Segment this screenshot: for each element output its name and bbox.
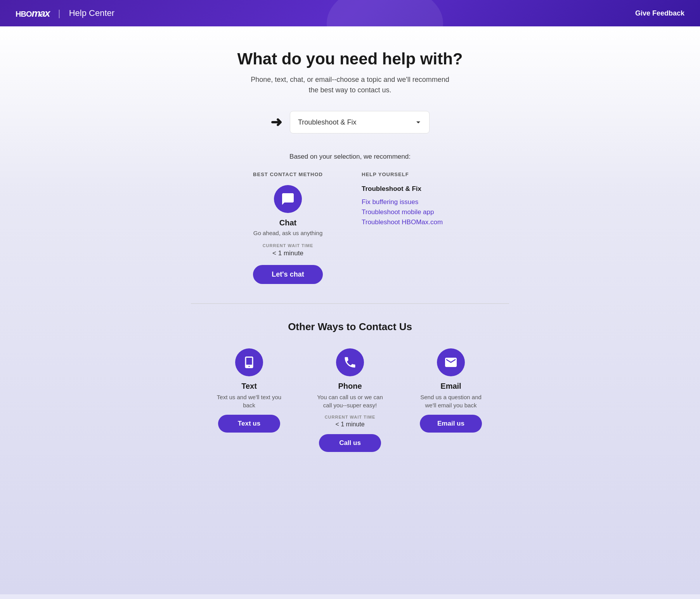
section-divider (191, 303, 509, 304)
hbomax-logo: HBOmax (16, 7, 50, 19)
chat-bubble-icon (281, 192, 295, 206)
help-link-2[interactable]: Troubleshoot HBOMax.com (362, 218, 455, 226)
help-link-1[interactable]: Troubleshoot mobile app (362, 208, 455, 216)
main-content: What do you need help with? Phone, text,… (0, 26, 700, 594)
contact-method-desc: Go ahead, ask us anything (253, 230, 322, 236)
phone-card-desc: You can call us or we can call you--supe… (315, 393, 385, 409)
email-icon-circle (437, 348, 465, 376)
help-links: Fix buffering issues Troubleshoot mobile… (362, 198, 455, 226)
other-ways-title: Other Ways to Contact Us (288, 321, 412, 333)
contact-card-phone: Phone You can call us or we can call you… (311, 348, 389, 452)
recommendation-label: Based on your selection, we recommend: (289, 153, 411, 161)
email-us-button[interactable]: Email us (420, 415, 482, 433)
contact-method-name: Chat (279, 218, 296, 227)
email-card-title: Email (440, 382, 461, 391)
lets-chat-button[interactable]: Let's chat (253, 265, 322, 284)
contact-card-email: Email Send us a question and we'll email… (412, 348, 490, 433)
wait-time-value: < 1 minute (272, 249, 303, 257)
help-yourself-section-label: HELP YOURSELF (362, 171, 455, 177)
header-divider: | (58, 8, 61, 19)
phone-icon (343, 355, 357, 369)
help-link-0[interactable]: Fix buffering issues (362, 198, 455, 206)
wait-time-label: CURRENT WAIT TIME (263, 243, 314, 248)
help-yourself-section: HELP YOURSELF Troubleshoot & Fix Fix buf… (362, 171, 455, 226)
email-card-desc: Send us a question and we'll email you b… (416, 393, 486, 409)
chat-icon-circle (274, 185, 302, 213)
topic-select[interactable]: Troubleshoot & Fix Billing & Payments Ac… (290, 111, 430, 133)
phone-icon-circle (336, 348, 364, 376)
header-left: HBOmax | Help Center (16, 7, 114, 19)
phone-wait-label: CURRENT WAIT TIME (325, 415, 376, 419)
text-us-button[interactable]: Text us (218, 415, 280, 433)
help-yourself-category: Troubleshoot & Fix (362, 185, 455, 193)
best-contact-section: BEST CONTACT METHOD Chat Go ahead, ask u… (245, 171, 331, 284)
give-feedback-button[interactable]: Give Feedback (635, 9, 684, 17)
text-card-desc: Text us and we'll text you back (214, 393, 284, 409)
best-contact-section-label: BEST CONTACT METHOD (253, 171, 323, 177)
dropdown-row: ➜ Troubleshoot & Fix Billing & Payments … (270, 111, 430, 133)
page-title: What do you need help with? (237, 50, 463, 68)
recommendation-grid: BEST CONTACT METHOD Chat Go ahead, ask u… (230, 171, 470, 284)
email-icon (444, 355, 458, 369)
logo-hbo-text: HBOmax (16, 7, 50, 19)
other-ways-grid: Text Text us and we'll text you back Tex… (210, 348, 490, 452)
contact-card-text: Text Text us and we'll text you back Tex… (210, 348, 288, 433)
text-icon-circle (235, 348, 263, 376)
phone-card-title: Phone (338, 382, 362, 391)
mobile-icon (242, 355, 256, 369)
page-subtitle: Phone, text, chat, or email--choose a to… (249, 74, 451, 95)
text-card-title: Text (241, 382, 257, 391)
arrow-right-icon: ➜ (270, 114, 282, 130)
header: HBOmax | Help Center Give Feedback (0, 0, 700, 26)
header-help-center-title: Help Center (69, 8, 114, 18)
phone-wait-value: < 1 minute (335, 421, 364, 428)
call-us-button[interactable]: Call us (319, 434, 381, 452)
